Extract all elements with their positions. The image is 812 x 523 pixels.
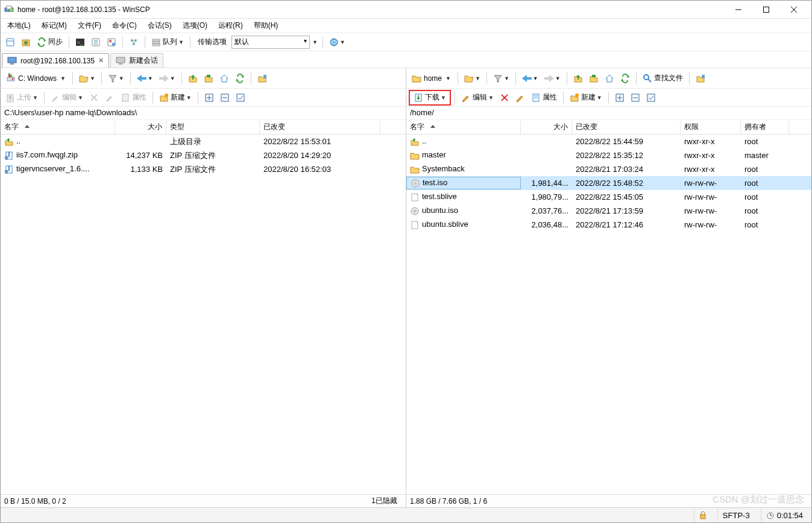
expand-button[interactable] — [612, 90, 627, 105]
delete-button[interactable] — [87, 90, 101, 105]
delete-button[interactable] — [497, 90, 512, 105]
bookmark-button[interactable] — [693, 71, 708, 86]
root-button[interactable] — [201, 71, 216, 86]
bookmark-button[interactable] — [255, 71, 269, 86]
table-row[interactable]: ubuntu.iso2,037,76...2022/8/21 17:13:59r… — [406, 204, 811, 218]
filter-button[interactable]: ▼ — [491, 71, 512, 86]
collapse-button[interactable] — [218, 90, 232, 105]
separator — [69, 36, 69, 48]
download-button[interactable]: 下载▼ — [411, 90, 448, 105]
back-button[interactable]: ▼ — [520, 71, 541, 86]
session-tabs: root@192.168.100.135 ✕ 新建会话 — [1, 51, 811, 68]
col-type[interactable]: 类型 — [166, 120, 260, 134]
collapse-button[interactable] — [628, 90, 643, 105]
col-changed[interactable]: 已改变 — [572, 120, 681, 134]
svg-point-107 — [415, 182, 417, 184]
maximize-button[interactable] — [752, 1, 780, 18]
menu-options[interactable]: 选项(O) — [177, 19, 213, 32]
remote-file-list[interactable]: ..2022/8/22 15:44:59rwxr-xr-xrootmaster2… — [406, 135, 811, 494]
selectall-button[interactable] — [644, 90, 658, 105]
file-icon — [410, 151, 420, 160]
open-folder-button[interactable]: ▼ — [77, 71, 98, 86]
table-row[interactable]: master2022/8/22 15:35:12rwxr-xr-xmaster — [406, 148, 811, 162]
main-toolbar: 同步 >_ 队列▼ 传输选项 默认 ▼ ▼ — [1, 33, 811, 51]
open-folder-button[interactable]: ▼ — [462, 71, 483, 86]
col-size[interactable]: 大小 — [521, 120, 572, 134]
up-button[interactable] — [186, 71, 200, 86]
root-button[interactable] — [587, 71, 601, 86]
expand-button[interactable] — [202, 90, 216, 105]
table-row[interactable]: ..上级目录2022/8/22 15:53:01 — [1, 135, 406, 148]
selectall-button[interactable] — [233, 90, 248, 105]
table-row[interactable]: test.sblive1,980,79...2022/8/22 15:45:05… — [406, 190, 811, 204]
home-button[interactable] — [602, 71, 617, 86]
menu-remote[interactable]: 远程(R) — [213, 19, 248, 32]
col-name[interactable]: 名字 — [406, 120, 521, 134]
file-icon — [411, 179, 420, 188]
svg-rect-25 — [8, 57, 16, 63]
svg-marker-36 — [109, 75, 116, 82]
tool-btn[interactable] — [104, 35, 119, 49]
new-session-tab[interactable]: 新建会话 — [110, 53, 163, 68]
svg-rect-32 — [10, 75, 12, 77]
table-row[interactable]: ziptigervncserver_1.6....1,133 KBZIP 压缩文… — [1, 162, 406, 176]
refresh-button[interactable] — [618, 71, 632, 86]
local-file-list[interactable]: ..上级目录2022/8/22 15:53:01zipiis7.com.fwqg… — [1, 135, 406, 494]
tool-btn[interactable]: ▼ — [327, 35, 348, 49]
close-icon[interactable]: ✕ — [98, 57, 104, 65]
up-button[interactable] — [571, 71, 585, 86]
col-perm[interactable]: 权限 — [681, 120, 741, 134]
local-drive-selector[interactable]: C: Windows▼ — [3, 71, 69, 86]
upload-button[interactable]: 上传▼ — [3, 90, 40, 105]
menu-local[interactable]: 本地(L) — [2, 19, 36, 32]
svg-marker-73 — [494, 75, 502, 82]
tool-btn[interactable] — [3, 35, 17, 49]
table-row[interactable]: zipiis7.com.fwqgl.zip14,237 KBZIP 压缩文件20… — [1, 148, 406, 162]
new-button[interactable]: 新建▼ — [157, 90, 194, 105]
svg-point-10 — [24, 41, 28, 45]
tool-btn[interactable] — [19, 35, 33, 49]
edit2-button[interactable] — [102, 90, 117, 105]
filter-button[interactable]: ▼ — [105, 71, 127, 86]
remote-drive-selector[interactable]: home▼ — [409, 71, 454, 86]
home-button[interactable] — [217, 71, 231, 86]
props-button[interactable]: 属性 — [529, 90, 559, 105]
table-row[interactable]: Systemback2022/8/21 17:03:24rwxr-xr-xroo… — [406, 162, 811, 176]
tool-btn[interactable] — [89, 35, 103, 49]
forward-button[interactable]: ▼ — [157, 71, 178, 86]
col-owner[interactable]: 拥有者 — [741, 120, 789, 134]
edit2-button[interactable] — [513, 90, 527, 105]
terminal-button[interactable]: >_ — [73, 35, 87, 49]
back-button[interactable]: ▼ — [134, 71, 156, 86]
refresh-button[interactable] — [233, 71, 247, 86]
forward-button[interactable]: ▼ — [542, 71, 563, 86]
close-button[interactable] — [780, 1, 808, 18]
transfer-preset-combo[interactable]: 默认 — [231, 36, 310, 49]
menu-session[interactable]: 会话(S) — [142, 19, 177, 32]
file-icon — [410, 206, 420, 216]
minimize-button[interactable] — [725, 1, 752, 18]
table-row[interactable]: test.iso1,981,44...2022/8/22 15:48:52rw-… — [406, 176, 811, 190]
svg-rect-7 — [7, 39, 14, 46]
col-name[interactable]: 名字 — [1, 120, 115, 134]
session-tab-active[interactable]: root@192.168.100.135 ✕ — [2, 53, 109, 68]
new-button[interactable]: 新建▼ — [567, 90, 605, 105]
menu-mark[interactable]: 标记(M) — [36, 19, 72, 32]
menu-cmd[interactable]: 命令(C) — [107, 19, 142, 32]
menu-files[interactable]: 文件(F) — [72, 19, 107, 32]
edit-button[interactable]: 编辑▼ — [48, 90, 86, 105]
svg-rect-2 — [7, 6, 11, 9]
separator — [455, 92, 455, 104]
queue-button[interactable]: 队列▼ — [149, 35, 186, 49]
tool-btn[interactable] — [127, 35, 141, 49]
col-size[interactable]: 大小 — [115, 120, 166, 134]
table-row[interactable]: ..2022/8/22 15:44:59rwxr-xr-xroot — [406, 135, 811, 148]
col-changed[interactable]: 已改变 — [260, 120, 380, 134]
props-button[interactable]: 属性 — [118, 90, 149, 105]
find-button[interactable]: 查找文件 — [640, 71, 685, 86]
menu-help[interactable]: 帮助(H) — [248, 19, 284, 32]
sync-button[interactable]: 同步 — [34, 35, 65, 49]
edit-button[interactable]: 编辑▼ — [459, 90, 496, 105]
table-row[interactable]: ubuntu.sblive2,036,48...2022/8/21 17:12:… — [406, 218, 811, 232]
svg-marker-74 — [522, 75, 532, 82]
